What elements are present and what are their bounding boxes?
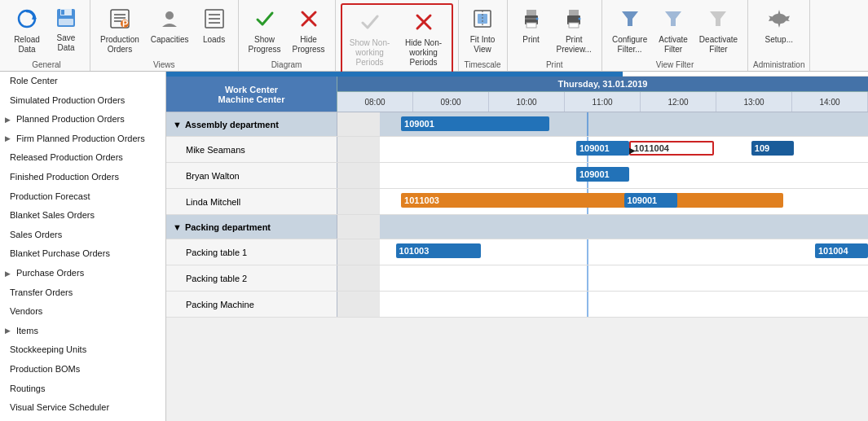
svg-text:P: P [122, 19, 128, 29]
sidebar-label-routings: Routings [10, 382, 45, 397]
loads-label: Loads [203, 35, 225, 45]
ribbon-group-label-0: General [32, 59, 61, 69]
svg-marker-35 [710, 11, 726, 26]
print-preview-button[interactable]: Print Preview... [552, 3, 597, 59]
deactivate-filter-button[interactable]: Deactivate Filter [694, 3, 742, 59]
loads-icon [203, 7, 226, 33]
bar-mike-seamans-1[interactable]: 109 [751, 141, 794, 156]
print-button[interactable]: Print [513, 3, 550, 49]
dept-collapse-icon[interactable]: ▼ [173, 120, 182, 129]
setup-button[interactable]: Setup... [760, 3, 798, 49]
hide-progress-button[interactable]: Hide Progress [288, 3, 330, 59]
expand-arrow-icon: ▶ [5, 114, 13, 125]
hide-nonworking-button[interactable]: Hide Non- working Periods [398, 7, 450, 72]
progress-bar-container [166, 72, 868, 77]
ribbon-group-print: PrintPrint Preview...Print [508, 0, 602, 71]
capacities-button[interactable]: Capacities [146, 3, 194, 49]
bar-label-mike-seamans-0: 1011004 [634, 143, 669, 153]
sidebar-label-stockkeeping-units: Stockkeeping Units [10, 343, 86, 357]
sidebar-item-sales-orders[interactable]: Sales Orders [0, 226, 165, 245]
nonworking-shade [337, 137, 380, 162]
sidebar-label-production-forecast: Production Forecast [10, 190, 90, 204]
bar-assembly-dept-0[interactable]: 109001 [401, 116, 549, 131]
timeline-linda-mitchell: 1011003109001 [337, 189, 868, 214]
svg-rect-30 [569, 10, 579, 15]
ribbon-group-label-4: Timescale [464, 59, 500, 69]
sidebar-item-transfer-orders[interactable]: Transfer Orders [0, 283, 165, 303]
bar-label-packing-table-1-1: 101004 [818, 246, 848, 256]
dept-name-packing-dept: Packing department [185, 222, 271, 232]
sidebar-item-released-production[interactable]: Released Production Orders [0, 148, 165, 168]
sidebar-item-vendors[interactable]: Vendors [0, 302, 165, 322]
sidebar-label-role-center: Role Center [10, 74, 58, 89]
gantt-body: ▼Assembly department109001Mike Seamans10… [166, 112, 868, 421]
workcenter-header: Work CenterMachine Center [166, 77, 337, 112]
capacities-label: Capacities [151, 35, 189, 45]
save-data-button[interactable]: Save Data [47, 3, 85, 57]
bar-mike-seamans-0[interactable]: 1011004 [629, 141, 714, 156]
deactivate-filter-label: Deactivate Filter [699, 35, 738, 55]
svg-rect-5 [59, 19, 73, 25]
row-label-packing-table-1: Packing table 1 [166, 239, 337, 265]
gantt-time-row: 08:0009:0010:0011:0012:0013:0014:00 [337, 92, 868, 112]
configure-filter-button[interactable]: Configure Filter... [607, 3, 652, 59]
gantt-row-bryan-walton: Bryan Walton109001 [166, 163, 868, 189]
sidebar-item-planned-production[interactable]: ▶Planned Production Orders [0, 110, 165, 129]
bar-label-mike-seamans-1: 109 [755, 143, 769, 153]
sidebar-item-production-boms[interactable]: Production BOMs [0, 360, 165, 379]
activate-filter-button[interactable]: Activate Filter [654, 3, 693, 59]
setup-icon [768, 7, 791, 33]
wc-header-line2: Machine Center [218, 94, 285, 104]
capacities-icon [158, 7, 181, 33]
gantt-row-mike-seamans: Mike Seamans1011004109109001▶ [166, 137, 868, 163]
sidebar-item-simulated-production[interactable]: Simulated Production Orders [0, 91, 165, 111]
dept-collapse-icon[interactable]: ▼ [173, 222, 182, 232]
sidebar-label-transfer-orders: Transfer Orders [10, 286, 73, 300]
bar-packing-table-1-1[interactable]: 101004 [815, 243, 868, 258]
svg-point-28 [535, 18, 538, 20]
sidebar-item-blanket-purchase[interactable]: Blanket Purchase Orders [0, 244, 165, 264]
row-label-mike-seamans: Mike Seamans [166, 137, 337, 162]
time-cell-0: 08:00 [337, 92, 413, 112]
ribbon-group-administration: Setup...Administration [748, 0, 810, 71]
bar-linda-mitchell-1[interactable]: 109001 [624, 193, 677, 208]
current-time-indicator [587, 239, 588, 265]
bar-mike-seamans-2[interactable]: 109001 [576, 141, 629, 156]
gantt-row-packing-dept: ▼Packing department [166, 215, 868, 239]
sidebar-label-firm-planned: Firm Planned Production Orders [16, 132, 145, 147]
show-progress-button[interactable]: Show Progress [244, 3, 286, 59]
gantt-row-packing-table-2: Packing table 2 [166, 265, 868, 292]
bar-packing-table-1-0[interactable]: 101003 [396, 243, 481, 258]
sidebar-item-visual-service[interactable]: Visual Service Scheduler [0, 398, 165, 418]
bar-bryan-walton-0[interactable]: 109001 [576, 167, 629, 182]
fit-into-view-button[interactable]: Fit Into View [464, 3, 501, 59]
sidebar-item-production-forecast[interactable]: Production Forecast [0, 187, 165, 207]
sidebar-item-blanket-sales[interactable]: Blanket Sales Orders [0, 206, 165, 226]
sidebar-item-purchase-orders[interactable]: ▶Purchase Orders [0, 264, 165, 283]
sidebar-item-stockkeeping-units[interactable]: Stockkeeping Units [0, 340, 165, 360]
sidebar-item-role-center[interactable]: Role Center [0, 72, 165, 91]
bar-linda-mitchell-0[interactable]: 1011003 [401, 193, 783, 208]
sidebar-item-items[interactable]: ▶Items [0, 322, 165, 341]
print-icon [520, 7, 543, 33]
reload-data-button[interactable]: Reload Data [8, 3, 46, 59]
row-label-linda-mitchell: Linda Mitchell [166, 189, 337, 214]
save-data-icon [55, 7, 77, 32]
ribbon-group-label-6: View Filter [656, 59, 694, 69]
sidebar-item-visual-service-viewer[interactable]: Visual Service Scheduler (Viewer) [0, 418, 165, 421]
ribbon-group-diagram: Show ProgressHide ProgressDiagram [239, 0, 336, 71]
sidebar-item-finished-production[interactable]: Finished Production Orders [0, 168, 165, 187]
timeline-bryan-walton: 109001 [337, 163, 868, 188]
reload-data-icon [15, 7, 38, 33]
activate-filter-label: Activate Filter [659, 35, 688, 55]
ribbon-group-label-7: Administration [753, 59, 804, 69]
svg-rect-25 [527, 10, 536, 15]
sidebar-item-routings[interactable]: Routings [0, 379, 165, 399]
bar-label-linda-mitchell-0: 1011003 [404, 195, 439, 205]
ribbon-group-label-5: Print [546, 59, 563, 69]
sidebar-label-vendors: Vendors [10, 305, 42, 319]
loads-button[interactable]: Loads [196, 3, 233, 49]
sidebar-label-simulated-production: Simulated Production Orders [10, 94, 125, 108]
production-orders-button[interactable]: PProduction Orders [95, 3, 144, 59]
sidebar-item-firm-planned[interactable]: ▶Firm Planned Production Orders [0, 129, 165, 149]
